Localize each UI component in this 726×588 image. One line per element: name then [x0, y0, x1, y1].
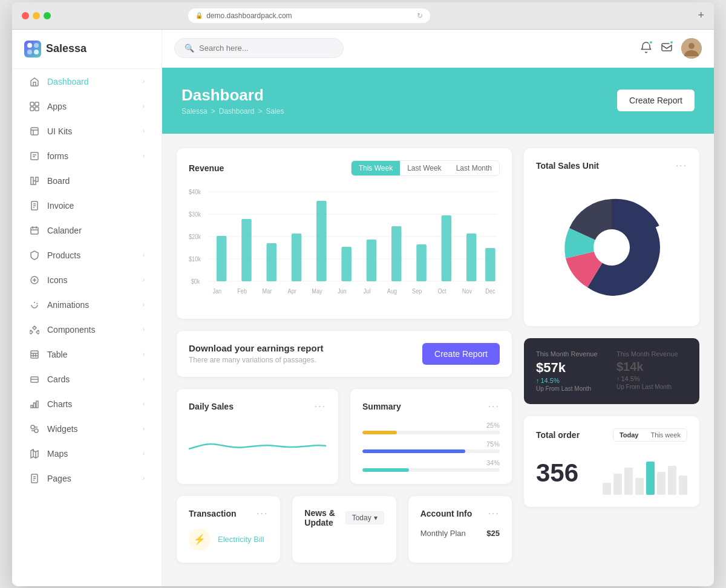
- search-input[interactable]: [199, 44, 320, 53]
- transaction-header: Transaction ···: [189, 508, 268, 519]
- total-order-header: Total order Today This week: [536, 428, 687, 442]
- animations-icon: [29, 299, 40, 310]
- summary-menu[interactable]: ···: [488, 401, 500, 412]
- mini-bar-5: [646, 462, 655, 495]
- uikits-icon: [29, 126, 40, 137]
- svg-rect-7: [31, 227, 38, 234]
- breadcrumb-sep2: >: [258, 107, 262, 116]
- tab-last-week[interactable]: Last Week: [400, 161, 448, 175]
- browser-url: demo.dashboardpack.com: [206, 11, 292, 20]
- stat-prev-month-sub: Up From Last Month: [616, 384, 687, 390]
- chevron-icon: ›: [143, 252, 145, 258]
- svg-rect-39: [442, 215, 452, 281]
- maps-icon: [29, 448, 40, 459]
- revenue-title: Revenue: [189, 163, 224, 173]
- total-sales-menu[interactable]: ···: [676, 160, 687, 171]
- total-sales-card: Total Sales Unit ···: [524, 148, 699, 326]
- mini-bar-1: [603, 483, 611, 495]
- tab-last-month[interactable]: Last Month: [449, 161, 499, 175]
- summary-bar-1: 25%: [362, 422, 500, 434]
- svg-text:Dec: Dec: [485, 287, 495, 294]
- sidebar-label-maps: Maps: [47, 449, 136, 459]
- sidebar-item-animations[interactable]: Animations ›: [17, 293, 157, 317]
- svg-rect-13: [36, 401, 38, 408]
- chevron-icon: ›: [143, 78, 145, 85]
- summary-bar-label-3: 34%: [362, 459, 500, 466]
- order-mini-bars: [603, 459, 687, 495]
- daily-sales-chart: [189, 422, 326, 470]
- tab-today[interactable]: Today: [613, 429, 645, 441]
- tab-this-week[interactable]: This week: [644, 429, 687, 441]
- dashboard-header: Dashboard Salessa > Dashboard > Sales Cr…: [162, 68, 714, 134]
- products-icon: [29, 250, 40, 261]
- sidebar-item-dashboard[interactable]: Dashboard ›: [17, 70, 157, 94]
- browser-address-bar[interactable]: 🔒 demo.dashboardpack.com ↻: [188, 8, 430, 23]
- breadcrumb-sep1: >: [211, 107, 215, 116]
- user-avatar[interactable]: [681, 38, 702, 59]
- svg-point-14: [31, 425, 34, 429]
- sidebar-item-components[interactable]: Components ›: [17, 318, 157, 342]
- news-card: News & Update Today ▾: [292, 496, 396, 563]
- svg-rect-36: [367, 240, 377, 281]
- new-tab-button[interactable]: +: [698, 9, 704, 22]
- search-bar[interactable]: 🔍: [174, 38, 344, 58]
- sidebar-item-products[interactable]: Products ›: [17, 243, 157, 267]
- svg-point-19: [688, 43, 695, 49]
- close-dot[interactable]: [22, 12, 29, 19]
- account-info-rows: Monthly Plan $25: [420, 529, 500, 538]
- svg-rect-34: [316, 201, 327, 281]
- summary-bar-fill-3: [362, 468, 409, 472]
- stat-this-month-label: This Month Revenue: [536, 350, 607, 358]
- maximize-dot[interactable]: [44, 12, 51, 19]
- monthly-plan-label: Monthly Plan: [420, 529, 466, 538]
- home-icon: [29, 76, 40, 87]
- sidebar-item-pages[interactable]: Pages ›: [17, 466, 157, 491]
- sidebar-item-table[interactable]: Table ›: [17, 342, 157, 367]
- account-info-card: Account Info ··· Monthly Plan $25: [408, 496, 512, 563]
- summary-title: Summary: [362, 402, 401, 411]
- transaction-item: ⚡ Electricity Bill: [189, 529, 268, 550]
- svg-text:Jul: Jul: [364, 287, 371, 294]
- chevron-icon: ›: [143, 475, 145, 482]
- svg-text:$40k: $40k: [189, 188, 201, 195]
- sidebar-item-invoice[interactable]: Invoice: [17, 194, 157, 218]
- sidebar-item-maps[interactable]: Maps ›: [17, 442, 157, 466]
- widgets-icon: [29, 423, 40, 434]
- sidebar-item-ui-kits[interactable]: UI Kits ›: [17, 119, 157, 143]
- sidebar-item-cards[interactable]: Cards ›: [17, 367, 157, 391]
- refresh-icon[interactable]: ↻: [417, 11, 423, 20]
- sidebar-label-animations: Animations: [47, 300, 136, 310]
- total-order-body: 356: [536, 451, 687, 495]
- left-column: Revenue This Week Last Week Last Month: [177, 148, 512, 563]
- browser-chrome: 🔒 demo.dashboardpack.com ↻ +: [12, 2, 714, 30]
- account-info-menu[interactable]: ···: [488, 508, 500, 519]
- transaction-menu[interactable]: ···: [257, 508, 268, 519]
- daily-sales-menu[interactable]: ···: [315, 401, 326, 412]
- earnings-create-report-button[interactable]: Create Report: [422, 343, 500, 365]
- sidebar-item-widgets[interactable]: Widgets ›: [17, 417, 157, 441]
- daily-sales-header: Daily Sales ···: [189, 401, 326, 412]
- monthly-plan-value: $25: [486, 529, 500, 538]
- notification-bell[interactable]: [640, 41, 652, 56]
- news-today-filter[interactable]: Today ▾: [345, 511, 384, 524]
- transaction-info: Electricity Bill: [218, 535, 268, 544]
- sidebar-item-calander[interactable]: Calander: [17, 218, 157, 243]
- order-count: 356: [536, 459, 578, 488]
- minimize-dot[interactable]: [33, 12, 40, 19]
- lock-icon: 🔒: [195, 12, 203, 19]
- sidebar-item-icons[interactable]: Icons ›: [17, 268, 157, 292]
- pages-icon: [29, 473, 40, 484]
- sidebar-item-board[interactable]: Board: [17, 169, 157, 193]
- mail-icon[interactable]: [661, 41, 673, 56]
- svg-text:May: May: [312, 287, 322, 294]
- tab-this-week[interactable]: This Week: [352, 161, 400, 175]
- svg-text:Sep: Sep: [412, 287, 422, 294]
- sidebar-item-charts[interactable]: Charts ›: [17, 392, 157, 416]
- transaction-card: Transaction ··· ⚡ Electricity Bill: [177, 496, 280, 563]
- sidebar-item-forms[interactable]: forms ›: [17, 144, 157, 168]
- mini-bar-6: [657, 472, 666, 495]
- svg-rect-5: [31, 152, 38, 160]
- create-report-button[interactable]: Create Report: [617, 90, 695, 111]
- sidebar-label-pages: Pages: [47, 474, 136, 483]
- sidebar-item-apps[interactable]: Apps ›: [17, 94, 157, 119]
